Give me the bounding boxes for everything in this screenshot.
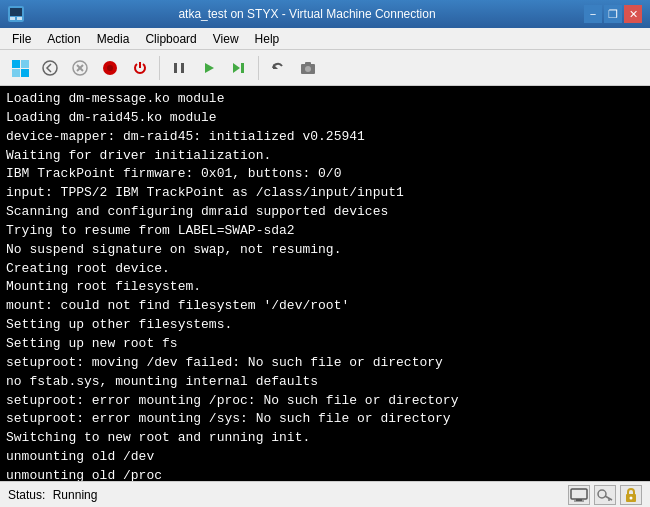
- toolbar-separator-1: [159, 56, 160, 80]
- status-icons: [568, 485, 642, 505]
- back-toolbar-btn[interactable]: [36, 54, 64, 82]
- svg-rect-22: [305, 62, 311, 65]
- terminal-line: setuproot: moving /dev failed: No such f…: [6, 354, 644, 373]
- menubar-item-file[interactable]: File: [4, 30, 39, 48]
- step-toolbar-btn[interactable]: [225, 54, 253, 82]
- terminal-line: Creating root device.: [6, 260, 644, 279]
- terminal-line: unmounting old /proc: [6, 467, 644, 481]
- key-icon-btn[interactable]: [594, 485, 616, 505]
- svg-rect-15: [181, 63, 184, 73]
- terminal-output: Loading dm-message.ko moduleLoading dm-r…: [0, 86, 650, 481]
- svg-rect-18: [241, 63, 244, 73]
- svg-point-13: [107, 65, 113, 71]
- menubar: FileActionMediaClipboardViewHelp: [0, 28, 650, 50]
- terminal-line: no fstab.sys, mounting internal defaults: [6, 373, 644, 392]
- menubar-item-help[interactable]: Help: [247, 30, 288, 48]
- toolbar-separator-2: [258, 56, 259, 80]
- terminal-line: Trying to resume from LABEL=SWAP-sda2: [6, 222, 644, 241]
- terminal-line: Setting up other filesystems.: [6, 316, 644, 335]
- record-toolbar-btn[interactable]: [96, 54, 124, 82]
- logo-toolbar-btn[interactable]: [6, 54, 34, 82]
- svg-marker-16: [205, 63, 214, 73]
- menubar-item-clipboard[interactable]: Clipboard: [137, 30, 204, 48]
- terminal-line: device-mapper: dm-raid45: initialized v0…: [6, 128, 644, 147]
- terminal-line: setuproot: error mounting /sys: No such …: [6, 410, 644, 429]
- terminal-line: Setting up new root fs: [6, 335, 644, 354]
- menubar-item-view[interactable]: View: [205, 30, 247, 48]
- monitor-icon-btn[interactable]: [568, 485, 590, 505]
- svg-rect-6: [12, 69, 20, 77]
- camera-toolbar-btn[interactable]: [294, 54, 322, 82]
- svg-point-26: [598, 490, 606, 498]
- undo-toolbar-btn[interactable]: [264, 54, 292, 82]
- statusbar: Status: Running: [0, 481, 650, 507]
- svg-rect-23: [571, 489, 587, 499]
- terminal-line: mount: could not find filesystem '/dev/r…: [6, 297, 644, 316]
- terminal-line: unmounting old /dev: [6, 448, 644, 467]
- window-controls: − ❐ ✕: [584, 5, 642, 23]
- titlebar: atka_test on STYX - Virtual Machine Conn…: [0, 0, 650, 28]
- svg-marker-17: [233, 63, 240, 73]
- svg-rect-3: [17, 17, 22, 20]
- svg-rect-14: [174, 63, 177, 73]
- lock-icon-btn[interactable]: [620, 485, 642, 505]
- play-toolbar-btn[interactable]: [195, 54, 223, 82]
- svg-point-8: [43, 61, 57, 75]
- terminal-line: Loading dm-message.ko module: [6, 90, 644, 109]
- terminal-line: Switching to new root and running init.: [6, 429, 644, 448]
- window-title: atka_test on STYX - Virtual Machine Conn…: [30, 7, 584, 21]
- menubar-item-media[interactable]: Media: [89, 30, 138, 48]
- svg-rect-7: [21, 69, 29, 77]
- terminal-line: Mounting root filesystem.: [6, 278, 644, 297]
- close-button[interactable]: ✕: [624, 5, 642, 23]
- stop-toolbar-btn[interactable]: [66, 54, 94, 82]
- terminal-line: Scanning and configuring dmraid supporte…: [6, 203, 644, 222]
- svg-rect-5: [21, 60, 29, 68]
- svg-rect-2: [10, 17, 15, 20]
- terminal-line: Loading dm-raid45.ko module: [6, 109, 644, 128]
- svg-point-21: [305, 66, 311, 72]
- terminal-line: IBM TrackPoint firmware: 0x01, buttons: …: [6, 165, 644, 184]
- toolbar: [0, 50, 650, 86]
- menubar-item-action[interactable]: Action: [39, 30, 88, 48]
- pause-toolbar-btn[interactable]: [165, 54, 193, 82]
- restore-button[interactable]: ❐: [604, 5, 622, 23]
- status-text: Status: Running: [8, 488, 568, 502]
- svg-rect-4: [12, 60, 20, 68]
- terminal-line: setuproot: error mounting /proc: No such…: [6, 392, 644, 411]
- svg-rect-1: [10, 8, 22, 16]
- terminal-line: No suspend signature on swap, not resumi…: [6, 241, 644, 260]
- svg-point-30: [630, 496, 633, 499]
- minimize-button[interactable]: −: [584, 5, 602, 23]
- title-icon: [8, 6, 24, 22]
- power-toolbar-btn[interactable]: [126, 54, 154, 82]
- terminal-line: Waiting for driver initialization.: [6, 147, 644, 166]
- terminal-line: input: TPPS/2 IBM TrackPoint as /class/i…: [6, 184, 644, 203]
- status-value: Running: [53, 488, 98, 502]
